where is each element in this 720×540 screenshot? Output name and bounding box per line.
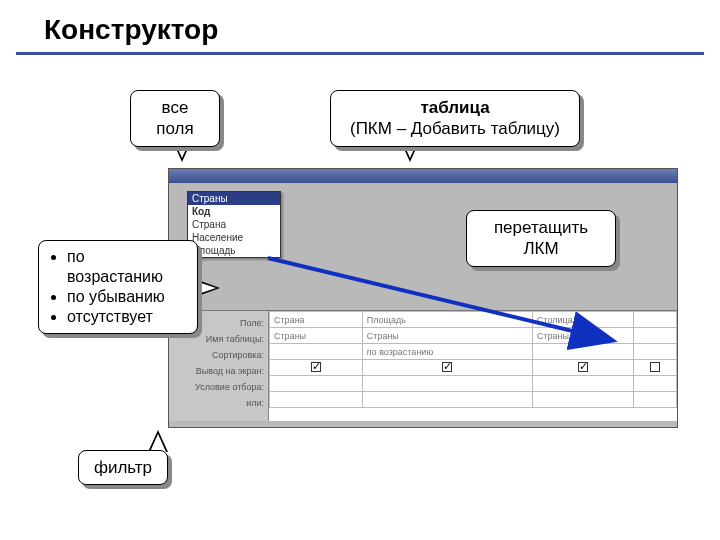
callout-line: все	[145, 97, 205, 118]
grid-cell[interactable]	[634, 328, 677, 344]
checkbox-icon	[578, 362, 588, 372]
table-card[interactable]: Страны Код Страна Население Площадь	[187, 191, 281, 258]
query-designer-window: Страны Код Страна Население Площадь Поле…	[168, 168, 678, 428]
grid-cell[interactable]: по возрастанию	[362, 344, 532, 360]
grid-cell[interactable]	[270, 344, 363, 360]
callout-line: таблица	[345, 97, 565, 118]
page-title: Конструктор	[16, 0, 704, 55]
grid-cell[interactable]	[634, 392, 677, 408]
grid-row-criteria	[270, 376, 677, 392]
grid-cell[interactable]	[270, 376, 363, 392]
callout-add-table: таблица (ПКМ – Добавить таблицу)	[330, 90, 580, 147]
query-grid[interactable]: Страна Площадь Столица Страны Страны Стр…	[269, 311, 677, 421]
table-field-key[interactable]: Код	[188, 205, 280, 218]
callout-drag: перетащить ЛКМ	[466, 210, 616, 267]
grid-cell[interactable]	[532, 344, 633, 360]
callout-line: перетащить	[481, 217, 601, 238]
row-label: Условие отбора:	[169, 379, 264, 395]
grid-cell[interactable]	[362, 392, 532, 408]
sort-item: по возрастанию	[67, 247, 183, 287]
callout-sort-options: по возрастанию по убыванию отсутствует	[38, 240, 198, 334]
grid-cell[interactable]	[362, 376, 532, 392]
callout-line: ЛКМ	[481, 238, 601, 259]
checkbox-icon	[650, 362, 660, 372]
grid-cell[interactable]	[634, 344, 677, 360]
checkbox-icon	[442, 362, 452, 372]
table-field[interactable]: Площадь	[188, 244, 280, 257]
callout-tail	[198, 280, 220, 296]
grid-cell[interactable]	[532, 392, 633, 408]
grid-row-field: Страна Площадь Столица	[270, 312, 677, 328]
grid-cell[interactable]	[634, 376, 677, 392]
grid-cell[interactable]: Страны	[532, 328, 633, 344]
grid-row-or	[270, 392, 677, 408]
grid-cell[interactable]	[532, 376, 633, 392]
table-field[interactable]: Страна	[188, 218, 280, 231]
sort-list: по возрастанию по убыванию отсутствует	[53, 247, 183, 327]
table-field[interactable]: Население	[188, 231, 280, 244]
grid-cell[interactable]: Страна	[270, 312, 363, 328]
grid-cell-checkbox[interactable]	[270, 360, 363, 376]
grid-row-sort: по возрастанию	[270, 344, 677, 360]
window-titlebar	[169, 169, 677, 183]
grid-cell[interactable]: Площадь	[362, 312, 532, 328]
callout-filter: фильтр	[78, 450, 168, 485]
table-card-title: Страны	[188, 192, 280, 205]
grid-row-show	[270, 360, 677, 376]
row-label: или:	[169, 395, 264, 411]
query-grid-pane: Поле: Имя таблицы: Сортировка: Вывод на …	[169, 311, 677, 421]
checkbox-icon	[311, 362, 321, 372]
grid-cell[interactable]: Столица	[532, 312, 633, 328]
row-label: Вывод на экран:	[169, 363, 264, 379]
grid-cell[interactable]	[634, 312, 677, 328]
callout-tail	[148, 430, 168, 452]
grid-row-table: Страны Страны Страны	[270, 328, 677, 344]
grid-cell[interactable]: Страны	[362, 328, 532, 344]
grid-cell-checkbox[interactable]	[532, 360, 633, 376]
sort-item: по убыванию	[67, 287, 183, 307]
grid-cell[interactable]	[270, 392, 363, 408]
callout-line: поля	[145, 118, 205, 139]
row-label: Сортировка:	[169, 347, 264, 363]
grid-cell[interactable]: Страны	[270, 328, 363, 344]
grid-cell-checkbox[interactable]	[634, 360, 677, 376]
callout-line: фильтр	[94, 458, 152, 477]
grid-cell-checkbox[interactable]	[362, 360, 532, 376]
callout-line: (ПКМ – Добавить таблицу)	[345, 118, 565, 139]
sort-item: отсутствует	[67, 307, 183, 327]
callout-all-fields: все поля	[130, 90, 220, 147]
